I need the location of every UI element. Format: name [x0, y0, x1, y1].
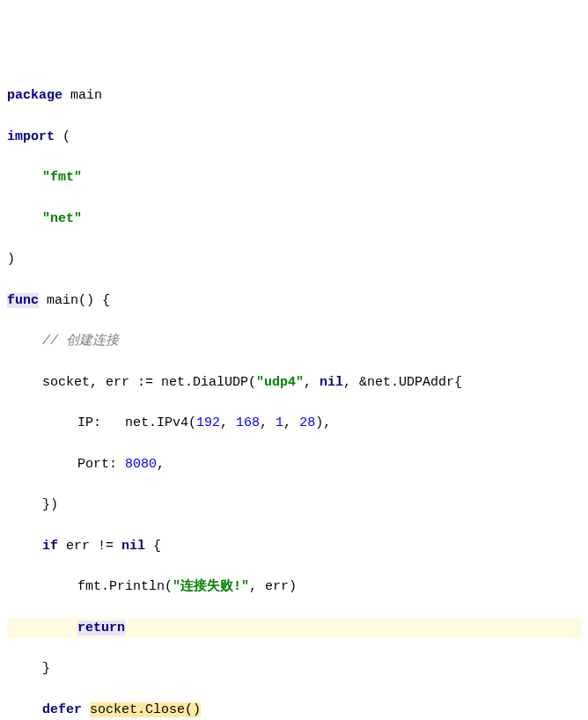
punct: ,: [283, 415, 299, 430]
identifier: main: [62, 88, 102, 103]
code-line: import (: [7, 127, 581, 147]
keyword-defer: defer: [42, 702, 82, 717]
identifier: err !=: [58, 539, 121, 554]
code-line: Port: 8080,: [7, 454, 581, 474]
string-literal: "fmt": [42, 170, 82, 185]
code-line: ): [7, 249, 581, 269]
punct: ): [7, 252, 15, 267]
keyword-if: if: [42, 539, 58, 554]
identifier: main: [39, 293, 78, 308]
code-line: }): [7, 495, 581, 515]
identifier: fmt.Println(: [77, 579, 173, 594]
keyword-import: import: [7, 129, 55, 144]
keyword-func: func: [7, 293, 39, 308]
code-line: if err != nil {: [7, 536, 581, 556]
identifier: ,: [304, 375, 320, 390]
keyword-nil: nil: [121, 539, 145, 554]
string-literal: "连接失败!": [173, 579, 249, 594]
code-line: defer socket.Close(): [7, 700, 581, 720]
space: [82, 702, 90, 717]
number: 168: [236, 415, 260, 430]
identifier: socket.Close(): [90, 702, 201, 717]
string-literal: "udp4": [256, 375, 304, 390]
number: 28: [299, 415, 315, 430]
code-line: func main() {: [7, 290, 581, 311]
identifier: , err): [249, 579, 297, 594]
punct: ,: [220, 415, 236, 430]
code-line: }: [7, 658, 581, 679]
number: 192: [196, 415, 220, 430]
code-line: "fmt": [7, 167, 581, 187]
punct: ,: [260, 415, 276, 430]
code-line: fmt.Println("连接失败!", err): [7, 577, 581, 597]
number: 8080: [125, 457, 157, 472]
identifier: Port:: [77, 457, 125, 472]
code-line: socket, err := net.DialUDP("udp4", nil, …: [7, 372, 581, 393]
identifier: ),: [315, 415, 331, 430]
identifier: socket, err := net.DialUDP(: [42, 375, 256, 390]
punct: }): [42, 497, 58, 512]
code-line: // 创建连接: [7, 331, 581, 351]
keyword-nil: nil: [320, 375, 343, 390]
keyword-package: package: [7, 88, 62, 103]
code-line: package main: [7, 85, 581, 106]
punct: ,: [157, 457, 165, 472]
code-line: IP: net.IPv4(192, 168, 1, 28),: [7, 413, 581, 433]
identifier: , &net.UDPAddr{: [343, 375, 462, 390]
string-literal: "net": [42, 211, 82, 226]
code-line: "net": [7, 209, 581, 229]
number: 1: [276, 415, 283, 430]
code-block: package main import ( "fmt" "net" ) func…: [7, 65, 581, 720]
punct: (: [55, 129, 70, 144]
punct: {: [145, 539, 161, 554]
identifier: IP: net.IPv4(: [77, 415, 196, 430]
punct: () {: [78, 293, 110, 308]
keyword-return: return: [77, 621, 125, 636]
code-line: return: [7, 618, 581, 638]
punct: }: [42, 661, 50, 676]
comment: // 创建连接: [42, 334, 119, 349]
